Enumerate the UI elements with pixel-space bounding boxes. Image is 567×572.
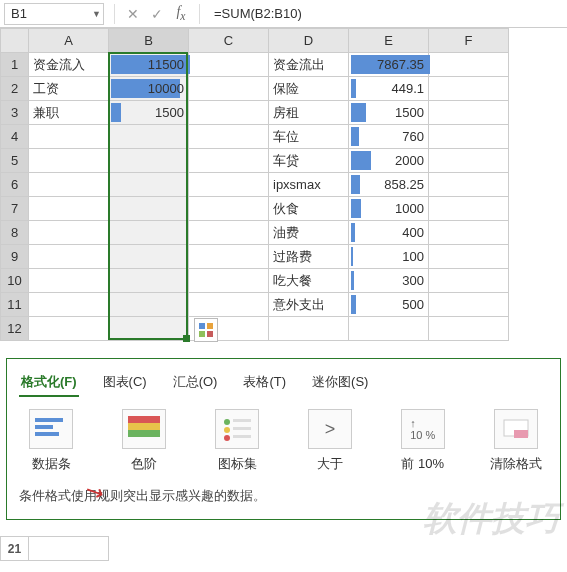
name-box[interactable]: B1 ▼ xyxy=(4,3,104,25)
cell-B6[interactable] xyxy=(109,173,189,197)
cell-D5[interactable]: 车贷 xyxy=(269,149,349,173)
confirm-icon[interactable]: ✓ xyxy=(145,6,169,22)
col-header-D[interactable]: D xyxy=(269,29,349,53)
option-colorscale[interactable]: 色阶 xyxy=(112,409,177,473)
cell-F4[interactable] xyxy=(429,125,509,149)
cell-C11[interactable] xyxy=(189,293,269,317)
option-clear[interactable]: 清除格式 xyxy=(483,409,548,473)
cell-E7[interactable]: 1000 xyxy=(349,197,429,221)
cell-F9[interactable] xyxy=(429,245,509,269)
cell-A2[interactable]: 工资 xyxy=(29,77,109,101)
chevron-down-icon[interactable]: ▼ xyxy=(92,9,101,19)
cell-E4[interactable]: 760 xyxy=(349,125,429,149)
cell-E11[interactable]: 500 xyxy=(349,293,429,317)
cell-A11[interactable] xyxy=(29,293,109,317)
row-header-7[interactable]: 7 xyxy=(1,197,29,221)
cell-D7[interactable]: 伙食 xyxy=(269,197,349,221)
cell-E3[interactable]: 1500 xyxy=(349,101,429,125)
fx-icon[interactable]: fx xyxy=(169,4,193,23)
cell-A9[interactable] xyxy=(29,245,109,269)
cell-D8[interactable]: 油费 xyxy=(269,221,349,245)
row-header-6[interactable]: 6 xyxy=(1,173,29,197)
cell-B9[interactable] xyxy=(109,245,189,269)
cell-F10[interactable] xyxy=(429,269,509,293)
select-all-corner[interactable] xyxy=(1,29,29,53)
tab-汇总(O)[interactable]: 汇总(O) xyxy=(171,369,220,397)
row-header-1[interactable]: 1 xyxy=(1,53,29,77)
cell-E9[interactable]: 100 xyxy=(349,245,429,269)
cell-D1[interactable]: 资金流出 xyxy=(269,53,349,77)
cell-D10[interactable]: 吃大餐 xyxy=(269,269,349,293)
cell-A8[interactable] xyxy=(29,221,109,245)
row-header[interactable]: 21 xyxy=(1,537,29,561)
tab-格式化(F)[interactable]: 格式化(F) xyxy=(19,369,79,397)
cell-F6[interactable] xyxy=(429,173,509,197)
cell-D9[interactable]: 过路费 xyxy=(269,245,349,269)
cell-F8[interactable] xyxy=(429,221,509,245)
cell-D6[interactable]: ipxsmax xyxy=(269,173,349,197)
cell-E1[interactable]: 7867.35 xyxy=(349,53,429,77)
cell-C1[interactable] xyxy=(189,53,269,77)
row-header-3[interactable]: 3 xyxy=(1,101,29,125)
cell-F1[interactable] xyxy=(429,53,509,77)
cell-D12[interactable] xyxy=(269,317,349,341)
row-header-4[interactable]: 4 xyxy=(1,125,29,149)
cell-F5[interactable] xyxy=(429,149,509,173)
cell-B7[interactable] xyxy=(109,197,189,221)
cell-E6[interactable]: 858.25 xyxy=(349,173,429,197)
cell-A4[interactable] xyxy=(29,125,109,149)
cell-A10[interactable] xyxy=(29,269,109,293)
cell-F7[interactable] xyxy=(429,197,509,221)
cell-B2[interactable]: 10000 xyxy=(109,77,189,101)
cell-D3[interactable]: 房租 xyxy=(269,101,349,125)
tab-迷你图(S)[interactable]: 迷你图(S) xyxy=(310,369,370,397)
formula-input[interactable]: =SUM(B2:B10) xyxy=(206,6,567,21)
row-header-8[interactable]: 8 xyxy=(1,221,29,245)
tab-表格(T)[interactable]: 表格(T) xyxy=(241,369,288,397)
cell-C2[interactable] xyxy=(189,77,269,101)
cell-B12[interactable] xyxy=(109,317,189,341)
row-header-5[interactable]: 5 xyxy=(1,149,29,173)
option-greater[interactable]: >大于 xyxy=(297,409,362,473)
cell-C9[interactable] xyxy=(189,245,269,269)
cell-E12[interactable] xyxy=(349,317,429,341)
cell[interactable] xyxy=(29,537,109,561)
option-databar[interactable]: 数据条 xyxy=(19,409,84,473)
cell-E5[interactable]: 2000 xyxy=(349,149,429,173)
cell-A7[interactable] xyxy=(29,197,109,221)
col-header-F[interactable]: F xyxy=(429,29,509,53)
col-header-A[interactable]: A xyxy=(29,29,109,53)
cell-A6[interactable] xyxy=(29,173,109,197)
cell-A3[interactable]: 兼职 xyxy=(29,101,109,125)
quick-analysis-button[interactable] xyxy=(194,318,218,342)
cell-C5[interactable] xyxy=(189,149,269,173)
cell-E2[interactable]: 449.1 xyxy=(349,77,429,101)
row-header-2[interactable]: 2 xyxy=(1,77,29,101)
cell-B10[interactable] xyxy=(109,269,189,293)
cell-F12[interactable] xyxy=(429,317,509,341)
cell-B8[interactable] xyxy=(109,221,189,245)
cell-D11[interactable]: 意外支出 xyxy=(269,293,349,317)
cell-C7[interactable] xyxy=(189,197,269,221)
cell-A5[interactable] xyxy=(29,149,109,173)
cancel-icon[interactable]: ✕ xyxy=(121,6,145,22)
cell-B3[interactable]: 1500 xyxy=(109,101,189,125)
row-header-9[interactable]: 9 xyxy=(1,245,29,269)
cell-F3[interactable] xyxy=(429,101,509,125)
cell-E10[interactable]: 300 xyxy=(349,269,429,293)
cell-B11[interactable] xyxy=(109,293,189,317)
option-iconset[interactable]: 图标集 xyxy=(205,409,270,473)
cell-D2[interactable]: 保险 xyxy=(269,77,349,101)
cell-B5[interactable] xyxy=(109,149,189,173)
row-header-12[interactable]: 12 xyxy=(1,317,29,341)
row-header-11[interactable]: 11 xyxy=(1,293,29,317)
cell-F11[interactable] xyxy=(429,293,509,317)
cell-D4[interactable]: 车位 xyxy=(269,125,349,149)
cell-C10[interactable] xyxy=(189,269,269,293)
cell-C3[interactable] xyxy=(189,101,269,125)
cell-E8[interactable]: 400 xyxy=(349,221,429,245)
cell-C6[interactable] xyxy=(189,173,269,197)
option-top10[interactable]: ↑10 %前 10% xyxy=(390,409,455,473)
cell-F2[interactable] xyxy=(429,77,509,101)
col-header-C[interactable]: C xyxy=(189,29,269,53)
